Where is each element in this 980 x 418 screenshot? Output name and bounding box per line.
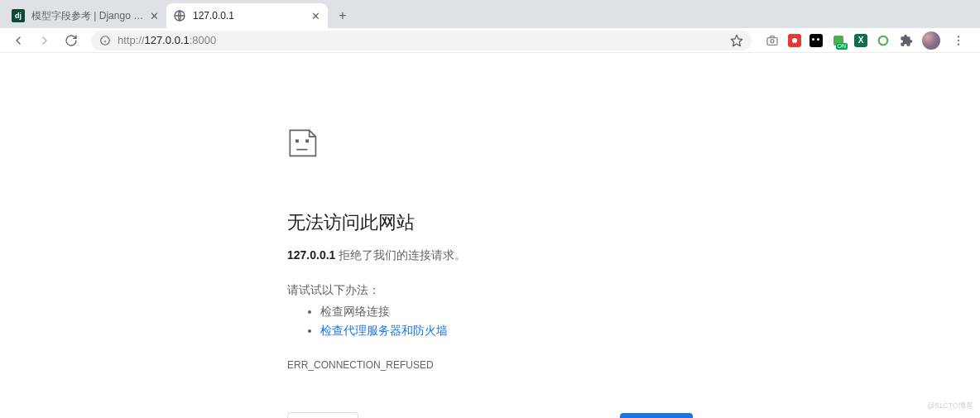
suggestion-check-proxy: 检查代理服务器和防火墙 bbox=[320, 322, 693, 339]
svg-rect-13 bbox=[305, 139, 309, 142]
proxy-firewall-link[interactable]: 检查代理服务器和防火墙 bbox=[320, 324, 448, 337]
bookmark-star-icon[interactable] bbox=[730, 34, 743, 47]
reload-button[interactable] bbox=[60, 29, 83, 52]
url-port: :8000 bbox=[190, 34, 217, 46]
svg-point-11 bbox=[958, 43, 959, 45]
error-title: 无法访问此网站 bbox=[287, 210, 693, 235]
error-refused-text: 拒绝了我们的连接请求。 bbox=[335, 248, 466, 262]
black-extension-icon[interactable] bbox=[809, 34, 823, 47]
site-info-icon[interactable] bbox=[99, 35, 111, 46]
x-extension-icon[interactable]: X bbox=[854, 34, 867, 47]
close-icon[interactable]: ✕ bbox=[310, 10, 321, 22]
extension-on-badge: ON bbox=[836, 43, 848, 50]
watermark: @51CTO博客 bbox=[927, 401, 973, 411]
svg-rect-12 bbox=[295, 139, 299, 142]
error-host: 127.0.0.1 bbox=[287, 248, 335, 262]
tab-localhost[interactable]: 127.0.0.1 ✕ bbox=[166, 3, 328, 28]
svg-rect-5 bbox=[767, 37, 777, 45]
svg-point-8 bbox=[879, 36, 888, 45]
extensions-menu-icon[interactable] bbox=[899, 33, 914, 48]
url-host: 127.0.0.1 bbox=[145, 34, 190, 46]
back-button[interactable] bbox=[7, 29, 30, 52]
extension-icons: ON X bbox=[760, 31, 973, 50]
green-extension-icon[interactable]: ON bbox=[831, 33, 846, 48]
svg-point-10 bbox=[958, 39, 959, 41]
forward-button[interactable] bbox=[33, 29, 56, 52]
page-content: 无法访问此网站 127.0.0.1 拒绝了我们的连接请求。 请试试以下办法： 检… bbox=[0, 53, 980, 418]
sad-page-icon bbox=[287, 127, 347, 187]
globe-favicon-icon bbox=[173, 9, 186, 22]
reload-page-button[interactable]: 重新加载 bbox=[620, 413, 693, 418]
suggestion-check-network: 检查网络连接 bbox=[320, 303, 693, 320]
svg-point-9 bbox=[958, 36, 959, 37]
close-icon[interactable]: ✕ bbox=[148, 10, 160, 22]
try-label: 请试试以下办法： bbox=[287, 283, 693, 298]
svg-marker-4 bbox=[731, 35, 742, 46]
django-favicon-icon: dj bbox=[12, 9, 25, 22]
svg-point-6 bbox=[771, 39, 774, 42]
tab-strip: dj 模型字段参考 | Django 文档 | D ✕ 127.0.0.1 ✕ … bbox=[0, 0, 980, 28]
error-page: 无法访问此网站 127.0.0.1 拒绝了我们的连接请求。 请试试以下办法： 检… bbox=[287, 127, 693, 418]
camera-extension-icon[interactable] bbox=[765, 33, 780, 48]
toolbar: http://127.0.0.1:8000 ON X bbox=[0, 28, 980, 53]
tab-title: 127.0.0.1 bbox=[193, 10, 306, 22]
error-code: ERR_CONNECTION_REFUSED bbox=[287, 359, 693, 371]
chrome-menu-button[interactable] bbox=[949, 31, 968, 50]
error-message: 127.0.0.1 拒绝了我们的连接请求。 bbox=[287, 248, 693, 263]
details-button[interactable]: 详细信息 bbox=[287, 412, 358, 418]
profile-avatar[interactable] bbox=[922, 31, 940, 50]
url-protocol: http:// bbox=[118, 34, 145, 46]
new-tab-button[interactable]: + bbox=[331, 4, 354, 27]
suggestions-list: 检查网络连接 检查代理服务器和防火墙 bbox=[287, 303, 693, 339]
green-circle-extension-icon[interactable] bbox=[876, 33, 891, 48]
button-row: 详细信息 重新加载 bbox=[287, 412, 693, 418]
address-bar[interactable]: http://127.0.0.1:8000 bbox=[91, 31, 752, 50]
red-extension-icon[interactable] bbox=[788, 34, 801, 47]
tab-title: 模型字段参考 | Django 文档 | D bbox=[31, 9, 145, 23]
tab-django-docs[interactable]: dj 模型字段参考 | Django 文档 | D ✕ bbox=[5, 3, 166, 28]
